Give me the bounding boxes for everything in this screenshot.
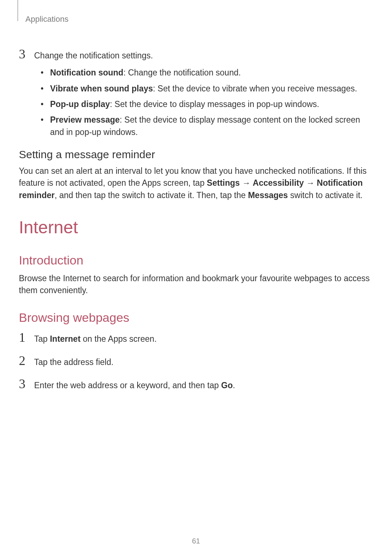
- bullet-term: Preview message: [50, 115, 120, 124]
- bullet-text: Preview message: Set the device to displ…: [50, 114, 373, 138]
- reminder-text-c: switch to activate it.: [288, 190, 363, 200]
- step-3-num: 3: [19, 46, 34, 62]
- bullet-term: Pop-up display: [50, 99, 110, 109]
- bullet-desc: : Change the notification sound.: [123, 68, 241, 77]
- bullet-desc: : Set the device to vibrate when you rec…: [153, 84, 357, 93]
- step-text: Tap Internet on the Apps screen.: [34, 331, 157, 345]
- reminder-heading: Setting a message reminder: [19, 148, 373, 161]
- bullet-term: Vibrate when sound plays: [50, 84, 153, 93]
- introduction-heading: Introduction: [19, 253, 373, 267]
- browsing-heading: Browsing webpages: [19, 311, 373, 325]
- breadcrumb: Applications: [25, 15, 373, 24]
- reminder-accessibility: Accessibility: [253, 178, 304, 188]
- bullet-dot: •: [41, 98, 50, 110]
- bullet-text: Vibrate when sound plays: Set the device…: [50, 83, 357, 95]
- step-3-text: Change the notification settings.: [34, 48, 153, 62]
- browsing-step-3: 3 Enter the web address or a keyword, an…: [19, 376, 373, 391]
- header-marker: [17, 0, 18, 21]
- bullet-text: Notification sound: Change the notificat…: [50, 67, 241, 79]
- step-text: Enter the web address or a keyword, and …: [34, 377, 235, 391]
- bullet-term: Notification sound: [50, 68, 123, 77]
- step-pre: Enter the web address or a keyword, and …: [34, 381, 221, 390]
- step-3-row: 3 Change the notification settings.: [19, 46, 373, 62]
- bullet-desc: : Set the device to display messages in …: [110, 99, 319, 109]
- page-number: 61: [192, 537, 200, 545]
- internet-title: Internet: [19, 217, 373, 237]
- browsing-step-1: 1 Tap Internet on the Apps screen.: [19, 330, 373, 345]
- step-text: Tap the address field.: [34, 354, 114, 368]
- browsing-steps: 1 Tap Internet on the Apps screen. 2 Tap…: [19, 330, 373, 392]
- bullet-text: Pop-up display: Set the device to displa…: [50, 98, 319, 110]
- arrow-icon: →: [240, 178, 253, 188]
- step-bold: Go: [221, 381, 233, 390]
- step-num: 2: [19, 353, 34, 368]
- step-pre: Tap the address field.: [34, 357, 114, 367]
- reminder-settings: Settings: [207, 178, 240, 188]
- step-bold: Internet: [50, 334, 80, 344]
- step-num: 1: [19, 330, 34, 345]
- browsing-step-2: 2 Tap the address field.: [19, 353, 373, 368]
- reminder-paragraph: You can set an alert at an interval to l…: [19, 165, 373, 201]
- step-pre: Tap: [34, 334, 50, 344]
- bullet-dot: •: [41, 114, 50, 126]
- step-post: .: [233, 381, 235, 390]
- bullet-item-vibrate: • Vibrate when sound plays: Set the devi…: [41, 83, 373, 95]
- introduction-text: Browse the Internet to search for inform…: [19, 272, 373, 297]
- reminder-text-b: , and then tap the switch to activate it…: [54, 190, 248, 200]
- bullet-dot: •: [41, 67, 50, 79]
- step-post: on the Apps screen.: [81, 334, 157, 344]
- bullet-item-popup: • Pop-up display: Set the device to disp…: [41, 98, 373, 110]
- bullet-item-notification-sound: • Notification sound: Change the notific…: [41, 67, 373, 79]
- arrow-icon: →: [304, 178, 317, 188]
- reminder-messages: Messages: [248, 190, 288, 200]
- bullet-dot: •: [41, 83, 50, 95]
- bullet-item-preview: • Preview message: Set the device to dis…: [41, 114, 373, 138]
- notification-bullets: • Notification sound: Change the notific…: [41, 67, 373, 138]
- step-num: 3: [19, 376, 34, 391]
- page-content: Applications 3 Change the notification s…: [0, 0, 392, 414]
